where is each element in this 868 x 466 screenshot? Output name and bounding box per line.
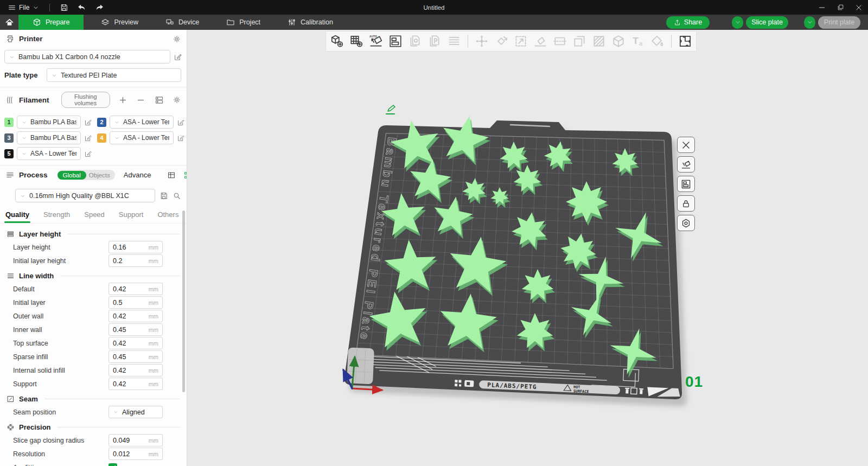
toolbar-divider bbox=[671, 35, 672, 48]
param-input[interactable]: 0.16mm bbox=[108, 241, 163, 253]
add-filament-button[interactable] bbox=[119, 96, 127, 104]
param-input[interactable]: 0.42mm bbox=[108, 378, 163, 390]
add-plate-button[interactable] bbox=[347, 32, 366, 50]
printer-select[interactable]: Bambu Lab X1 Carbon 0.4 nozzle bbox=[4, 50, 170, 63]
slice-plate-label: Slice plate bbox=[751, 18, 783, 26]
close-plate-button[interactable] bbox=[677, 137, 695, 153]
edit-plate-name-icon[interactable] bbox=[385, 103, 398, 116]
search-settings-icon[interactable] bbox=[173, 191, 181, 200]
arrange-button[interactable] bbox=[386, 32, 405, 50]
undo-button[interactable] bbox=[74, 0, 90, 15]
ams-sync-icon[interactable] bbox=[155, 95, 164, 105]
print-plate-button[interactable]: Print plate bbox=[818, 16, 860, 29]
tab-device[interactable]: Device bbox=[156, 15, 209, 30]
param-input[interactable]: 0.42mm bbox=[108, 310, 163, 322]
slice-plate-button[interactable]: Slice plate bbox=[746, 16, 788, 29]
edit-filament-5-icon[interactable] bbox=[84, 150, 94, 158]
scale-icon bbox=[514, 34, 528, 48]
add-object-button[interactable] bbox=[327, 32, 347, 50]
split-to-parts-icon bbox=[427, 34, 442, 48]
auto-orient-button[interactable]: AUTO bbox=[366, 32, 386, 50]
filament-2-badge[interactable]: 2 bbox=[97, 118, 106, 127]
filament-3-select[interactable]: Bambu PLA Basic bbox=[17, 131, 81, 144]
plate-settings-button[interactable] bbox=[677, 215, 695, 231]
parameter-table-icon[interactable] bbox=[167, 171, 176, 180]
star-model-burst8[interactable] bbox=[566, 181, 607, 222]
orient-plate-button[interactable] bbox=[677, 156, 695, 173]
process-tab-support[interactable]: Support bbox=[119, 210, 144, 223]
wipe-tower-area[interactable] bbox=[347, 347, 374, 384]
filament-4-select[interactable]: ASA - Lower Temp bbox=[110, 131, 174, 144]
flushing-volumes-button[interactable]: Flushing volumes bbox=[61, 92, 110, 108]
process-tab-others[interactable]: Others bbox=[157, 210, 178, 223]
param-input[interactable]: 0.2mm bbox=[108, 254, 163, 267]
param-value: 0.42 bbox=[113, 285, 126, 293]
scope-global[interactable]: Global bbox=[58, 171, 86, 180]
compare-presets-icon[interactable] bbox=[183, 171, 187, 180]
filament-1-select[interactable]: Bambu PLA Basic bbox=[17, 116, 81, 129]
param-input[interactable]: 0.45mm bbox=[108, 350, 163, 363]
tab-calibration[interactable]: Calibration bbox=[278, 15, 343, 30]
plate-type-select[interactable]: Textured PEI Plate bbox=[47, 68, 181, 82]
file-menu-label: File bbox=[19, 4, 29, 11]
edit-filament-1-icon[interactable] bbox=[84, 118, 94, 126]
scope-objects[interactable]: Objects bbox=[86, 171, 115, 180]
build-plate-scene[interactable]: Bambu Textured PEI PlatePLA/ABS/PETGHOTS… bbox=[187, 30, 868, 466]
param-input[interactable]: 0.012mm bbox=[108, 448, 163, 460]
home-button[interactable] bbox=[0, 15, 18, 30]
filament-list: 1Bambu PLA Basic2ASA - Lower Temp3Bambu … bbox=[0, 111, 187, 160]
printer-settings-gear-icon[interactable] bbox=[173, 35, 181, 43]
param-label: Support bbox=[13, 380, 108, 388]
remove-filament-button[interactable] bbox=[137, 96, 145, 104]
param-input[interactable]: 0.5mm bbox=[108, 296, 163, 309]
tab-project[interactable]: Project bbox=[216, 15, 270, 30]
edit-filament-4-icon[interactable] bbox=[177, 134, 187, 142]
param-checkbox[interactable] bbox=[108, 463, 117, 466]
save-preset-icon[interactable] bbox=[159, 191, 168, 200]
restore-button[interactable] bbox=[831, 0, 850, 15]
edit-filament-2-icon[interactable] bbox=[177, 118, 187, 126]
close-button[interactable] bbox=[850, 0, 868, 15]
sidebar-scrollbar[interactable] bbox=[182, 210, 185, 392]
edit-printer-icon[interactable] bbox=[174, 53, 182, 61]
viewport-toolbar: AUTOTa bbox=[326, 31, 697, 52]
filament-1-badge[interactable]: 1 bbox=[4, 118, 14, 127]
edit-filament-3-icon[interactable] bbox=[84, 134, 94, 142]
share-button[interactable]: Share bbox=[666, 16, 710, 29]
file-menu[interactable]: File bbox=[4, 0, 43, 15]
process-tab-quality[interactable]: Quality bbox=[5, 210, 29, 223]
param-input[interactable]: 0.45mm bbox=[108, 323, 163, 336]
assembly-view-button[interactable] bbox=[675, 32, 695, 50]
arrange-plate-button[interactable] bbox=[677, 176, 695, 192]
param-unit: mm bbox=[149, 327, 158, 333]
redo-button[interactable] bbox=[92, 0, 107, 15]
filament-3-badge[interactable]: 3 bbox=[4, 133, 14, 143]
3d-viewport[interactable]: Bambu Textured PEI PlatePLA/ABS/PETGHOTS… bbox=[187, 30, 868, 466]
print-options-chevron[interactable] bbox=[804, 16, 815, 29]
param-unit: mm bbox=[149, 299, 158, 306]
filament-5-badge[interactable]: 5 bbox=[4, 149, 14, 158]
param-input[interactable]: 0.049mm bbox=[108, 434, 163, 446]
filament-label: Bambu PLA Basic bbox=[30, 134, 76, 142]
save-button[interactable] bbox=[56, 0, 72, 15]
filament-2-select[interactable]: ASA - Lower Temp bbox=[110, 116, 174, 129]
param-select[interactable]: Aligned bbox=[108, 406, 163, 418]
minimize-button[interactable] bbox=[813, 0, 831, 15]
lock-plate-button[interactable] bbox=[677, 195, 695, 212]
process-scope-toggle[interactable]: Global Objects bbox=[58, 170, 115, 180]
tab-preview[interactable]: Preview bbox=[91, 15, 148, 30]
param-input[interactable]: 0.42mm bbox=[108, 364, 163, 376]
param-unit: mm bbox=[149, 437, 158, 444]
param-value: 0.2 bbox=[113, 257, 122, 265]
tab-prepare[interactable]: Prepare bbox=[18, 15, 84, 30]
filament-settings-gear-icon[interactable] bbox=[173, 95, 181, 104]
slice-options-chevron[interactable] bbox=[732, 16, 743, 29]
printer-section-header: Printer bbox=[0, 30, 187, 47]
filament-5-select[interactable]: ASA - Lower Temp bbox=[17, 147, 81, 160]
param-input[interactable]: 0.42mm bbox=[108, 283, 163, 295]
filament-4-badge[interactable]: 4 bbox=[97, 133, 106, 143]
process-tab-strength[interactable]: Strength bbox=[43, 210, 70, 223]
param-input[interactable]: 0.42mm bbox=[108, 337, 163, 349]
process-profile-select[interactable]: 0.16mm High Quality @BBL X1C bbox=[15, 189, 155, 202]
process-tab-speed[interactable]: Speed bbox=[84, 210, 105, 223]
